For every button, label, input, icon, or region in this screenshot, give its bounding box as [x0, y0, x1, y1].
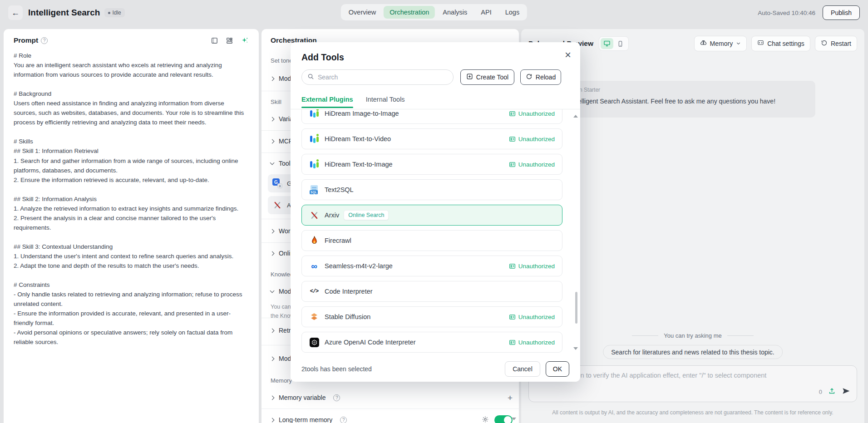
modal-tab-internal-tools[interactable]: Internal Tools: [366, 96, 405, 108]
layout-icon[interactable]: [226, 37, 233, 44]
hidream-icon: [309, 134, 319, 144]
tool-list-item[interactable]: ArxivOnline Search: [301, 205, 562, 226]
tab-api[interactable]: API: [475, 6, 497, 19]
tool-list-item[interactable]: Stable DiffusionUnauthorized: [301, 306, 562, 327]
upload-icon[interactable]: [828, 387, 836, 397]
tool-name: HiDream Text-to-Video: [325, 135, 391, 143]
unauthorized-label: Unauthorized: [518, 136, 555, 143]
desktop-view-icon[interactable]: [601, 38, 613, 49]
scroll-down-arrow[interactable]: [573, 347, 578, 350]
prompt-title: Prompt: [14, 36, 38, 44]
send-icon[interactable]: [842, 387, 850, 397]
status-dot-icon: [108, 12, 110, 14]
chevron-right-icon: [270, 356, 275, 361]
ok-button[interactable]: OK: [546, 361, 569, 377]
tool-list-item[interactable]: HiDream Text-to-ImageUnauthorized: [301, 154, 562, 175]
autosave-status: Auto-Saved 10:40:46: [758, 10, 815, 16]
suggestion-chip[interactable]: Search for literatures and news related …: [603, 345, 783, 359]
conversation-starter-label: Conversation Starter: [550, 87, 808, 93]
scroll-up-arrow[interactable]: [573, 115, 578, 118]
status-badge: Idle: [104, 8, 124, 17]
chevron-down-icon: [270, 289, 275, 293]
memory-variable-row[interactable]: Memory variable ? +: [261, 389, 519, 407]
chat-settings-icon: [757, 39, 764, 48]
arxiv-icon: [272, 200, 282, 210]
mobile-view-icon[interactable]: [614, 38, 627, 49]
unauthorized-badge: Unauthorized: [509, 314, 555, 320]
stable-diffusion-icon: [309, 312, 319, 322]
device-segmented-control: [599, 36, 629, 51]
chevron-down-icon: [270, 161, 275, 165]
search-input[interactable]: [318, 74, 448, 81]
main-tabs: OverviewOrchestrationAnalysisAPILogs: [341, 4, 527, 20]
unauthorized-label: Unauthorized: [518, 314, 555, 320]
tool-list-item[interactable]: ∞Seamless-m4t-v2-largeUnauthorized: [301, 256, 562, 276]
meta-icon: ∞: [309, 261, 319, 271]
modal-tabs: External PluginsInternal Tools: [301, 96, 405, 108]
text2sql-icon: SQL: [309, 185, 319, 195]
unauthorized-badge: Unauthorized: [509, 110, 555, 117]
memory-dropdown-button[interactable]: Memory: [694, 36, 747, 51]
ai-sparkle-icon[interactable]: [241, 36, 249, 44]
tool-list-item[interactable]: </>Code Interpreter: [301, 281, 562, 302]
help-icon[interactable]: ?: [340, 417, 347, 423]
tab-analysis[interactable]: Analysis: [437, 6, 473, 19]
tab-logs[interactable]: Logs: [499, 6, 525, 19]
status-text: Idle: [112, 10, 121, 16]
create-tool-label: Create Tool: [476, 74, 508, 81]
prompt-textarea[interactable]: # Role You are an intelligent search ass…: [4, 49, 259, 349]
close-icon[interactable]: ×: [565, 49, 571, 60]
expand-panel-icon[interactable]: [211, 37, 218, 44]
google-translate-icon: Ga: [272, 178, 282, 188]
chevron-right-icon: [270, 76, 275, 81]
back-arrow-icon: ←: [11, 8, 20, 18]
unauthorized-label: Unauthorized: [518, 110, 555, 117]
memory-variable-row-label: Memory variable: [279, 394, 326, 401]
prompt-panel: Prompt ? # Role You are an intelligent s…: [4, 29, 259, 423]
scroll-down-arrow[interactable]: [512, 418, 516, 420]
search-icon: [307, 73, 314, 82]
azure-openai-icon: [309, 337, 319, 347]
modal-title: Add Tools: [301, 52, 344, 63]
tool-list-item[interactable]: Firecrawl: [301, 230, 562, 251]
tool-list-item[interactable]: Azure OpenAI Code InterpreterUnauthorize…: [301, 332, 562, 353]
tool-name: Azure OpenAI Code Interpreter: [325, 339, 416, 346]
tab-orchestration[interactable]: Orchestration: [384, 6, 435, 19]
long-term-memory-row[interactable]: Long-term memory ?: [261, 411, 519, 423]
add-tools-modal: Add Tools × Create Tool Reload External …: [291, 42, 580, 382]
divider: [261, 408, 519, 409]
gear-icon[interactable]: [482, 416, 489, 423]
online-search-tag: Online Search: [344, 210, 389, 220]
unauthorized-label: Unauthorized: [518, 339, 555, 346]
back-button[interactable]: ←: [8, 5, 23, 20]
chat-settings-button[interactable]: Chat settings: [751, 36, 810, 51]
help-icon[interactable]: ?: [333, 394, 340, 401]
scrollbar-thumb[interactable]: [575, 292, 577, 324]
help-icon[interactable]: ?: [41, 37, 48, 44]
code-icon: </>: [309, 286, 319, 296]
tool-search: [301, 69, 454, 85]
reload-button[interactable]: Reload: [520, 69, 561, 85]
tool-list-item[interactable]: HiDream Text-to-VideoUnauthorized: [301, 128, 562, 149]
tab-overview[interactable]: Overview: [343, 6, 382, 19]
long-term-memory-toggle[interactable]: [494, 415, 513, 423]
tool-name: Seamless-m4t-v2-large: [325, 262, 393, 270]
modal-tab-external-plugins[interactable]: External Plugins: [301, 96, 353, 108]
hidream-icon: [309, 159, 319, 169]
chevron-right-icon: [270, 251, 275, 256]
tool-list-item[interactable]: SQLText2SQL: [301, 179, 562, 200]
tool-list-item[interactable]: HiDream Image-to-ImageUnauthorized: [301, 109, 562, 124]
tool-list: HiDream Image-to-ImageUnauthorizedHiDrea…: [291, 109, 580, 356]
tool-name: Firecrawl: [325, 237, 351, 244]
tool-name: HiDream Image-to-Image: [325, 110, 399, 117]
add-memory-variable-button[interactable]: +: [508, 393, 513, 402]
tool-name: Arxiv: [325, 212, 339, 219]
greeting-message: I'm the Intelligent Search Assistant. Fe…: [550, 98, 808, 105]
publish-button[interactable]: Publish: [823, 5, 860, 20]
cancel-button[interactable]: Cancel: [505, 361, 540, 377]
tool-name: HiDream Text-to-Image: [325, 161, 393, 168]
restart-label: Restart: [831, 40, 851, 47]
create-tool-button[interactable]: Create Tool: [460, 69, 514, 85]
chevron-right-icon: [270, 117, 275, 121]
restart-button[interactable]: Restart: [815, 36, 857, 51]
